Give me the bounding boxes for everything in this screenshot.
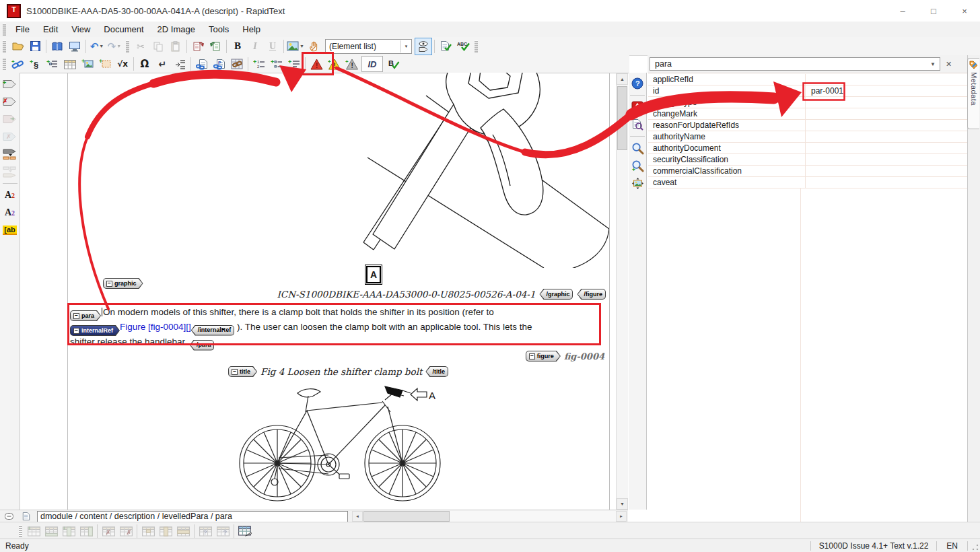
- line-break-button[interactable]: ↵: [153, 55, 171, 73]
- para-block[interactable]: −paraOn modern models of this shifter, t…: [70, 306, 598, 351]
- append-element-button[interactable]: +: [1, 75, 19, 93]
- menu-item-view[interactable]: View: [65, 22, 97, 36]
- edit-id-button[interactable]: ID: [361, 56, 383, 72]
- special-char-button[interactable]: Ω: [136, 55, 153, 73]
- delete-element-button[interactable]: ✗: [1, 93, 19, 110]
- combobox-chevron-icon[interactable]: ▼: [930, 61, 940, 67]
- scroll-left-button[interactable]: ◄: [352, 511, 363, 522]
- cross-ref-table-button[interactable]: [228, 55, 246, 73]
- copy-button[interactable]: [149, 38, 167, 55]
- para-text-3[interactable]: shifter release the handlebar.: [70, 337, 190, 347]
- toolbar-grip[interactable]: [3, 40, 6, 53]
- breadcrumb-path[interactable]: dmodule / content / description / levell…: [37, 511, 348, 522]
- attribute-row-changemark[interactable]: changeMark: [648, 108, 967, 120]
- collapse-element-button[interactable]: [0, 510, 18, 522]
- redo-button[interactable]: ↷▼: [106, 38, 123, 55]
- menu-item-tools[interactable]: Tools: [202, 22, 236, 36]
- insert-note-button[interactable]: +!: [343, 55, 360, 73]
- validate-button[interactable]: [437, 38, 454, 55]
- scroll-right-button[interactable]: ►: [616, 511, 627, 522]
- undo-button[interactable]: ↶▼: [88, 38, 106, 55]
- export-fragment-button[interactable]: [207, 38, 224, 55]
- fit-image-button[interactable]: [629, 174, 646, 192]
- close-panel-icon[interactable]: ✕: [946, 60, 952, 69]
- superscript-button[interactable]: A2: [1, 204, 19, 221]
- insert-row-above-button[interactable]: +: [25, 522, 42, 540]
- add-numbered-list-button[interactable]: +12: [250, 55, 268, 73]
- attribute-row-changetype[interactable]: changeType: [648, 97, 967, 108]
- para-marks-button[interactable]: [171, 55, 188, 73]
- scroll-down-button[interactable]: ▼: [617, 498, 628, 510]
- add-list-item-button[interactable]: +: [285, 55, 303, 73]
- menu-item-document[interactable]: Document: [97, 22, 150, 36]
- open-button[interactable]: [9, 38, 26, 55]
- element-list-combobox[interactable]: (Element list) ▼: [325, 39, 412, 54]
- split-element-button[interactable]: [1, 145, 19, 163]
- para-start-tag[interactable]: −para: [70, 310, 101, 321]
- insert-table-button[interactable]: [61, 55, 79, 73]
- select-row-button[interactable]: [174, 522, 192, 540]
- metadata-tab[interactable]: Metadata: [967, 58, 979, 129]
- attribute-row-applicrefid[interactable]: applicRefId: [648, 74, 967, 85]
- title-end-tag[interactable]: /title: [425, 366, 448, 377]
- help-button[interactable]: ?: [629, 75, 646, 92]
- insert-row-below-button[interactable]: +: [42, 522, 60, 540]
- attribute-row-reasonforupdate[interactable]: reasonForUpdateRefIds: [648, 120, 967, 131]
- paste-button[interactable]: [167, 38, 184, 55]
- resize-grip[interactable]: [968, 540, 980, 552]
- hscrollbar-thumb[interactable]: [363, 511, 450, 522]
- zoom-button[interactable]: [629, 139, 646, 157]
- insert-formula-button[interactable]: √x: [114, 55, 131, 73]
- spellcheck-button[interactable]: ABC: [454, 38, 472, 55]
- internalref-end-tag[interactable]: /internalRef: [191, 325, 235, 336]
- insert-caution-button[interactable]: +!: [325, 55, 343, 73]
- toggle-tags-button[interactable]: [415, 38, 432, 55]
- insert-link-button[interactable]: +: [9, 55, 26, 73]
- attribute-row-commercialclassification[interactable]: commercialClassification: [648, 166, 967, 177]
- attribute-row-authoritydocument[interactable]: authorityDocument: [648, 143, 967, 154]
- attribute-row-securityclassification[interactable]: securityClassification: [648, 154, 967, 166]
- insert-graphic-button[interactable]: +: [79, 55, 96, 73]
- figure-start-tag[interactable]: −figure: [526, 351, 561, 361]
- menu-item-help[interactable]: Help: [236, 22, 267, 36]
- insert-col-right-button[interactable]: +: [77, 522, 95, 540]
- insert-hotspot-button[interactable]: +: [96, 55, 114, 73]
- close-button[interactable]: ×: [949, 1, 980, 22]
- menu-item-edit[interactable]: Edit: [36, 22, 65, 36]
- internalref-start-tag[interactable]: −internalRef: [70, 325, 120, 336]
- editor-vscrollbar[interactable]: ▲ ▼: [616, 73, 628, 510]
- join-element-button[interactable]: [1, 163, 19, 180]
- toolbar-grip[interactable]: [19, 525, 22, 537]
- underline-button[interactable]: U: [264, 38, 281, 55]
- cell-props-button[interactable]: ?: [197, 522, 214, 540]
- combobox-dropdown-icon[interactable]: ▼: [400, 40, 411, 53]
- pdf-export-button[interactable]: [629, 98, 646, 116]
- preview-book-button[interactable]: [48, 38, 66, 55]
- document-node-button[interactable]: [18, 510, 35, 522]
- minimize-button[interactable]: –: [887, 1, 918, 22]
- attribute-row-authorityname[interactable]: authorityName: [648, 131, 967, 143]
- import-fragment-button[interactable]: [189, 38, 207, 55]
- select-cell-button[interactable]: [139, 522, 157, 540]
- figure-title-text[interactable]: Fig 4 Loosen the shifter clamp bolt: [260, 366, 422, 377]
- toolbar-grip[interactable]: [3, 24, 6, 36]
- vscrollbar-thumb[interactable]: [617, 86, 627, 150]
- subscript-button[interactable]: A2: [1, 186, 19, 204]
- bold-check-button[interactable]: B: [384, 55, 402, 73]
- save-button[interactable]: [26, 38, 44, 55]
- print-preview-button[interactable]: [629, 116, 646, 133]
- selected-element-combobox[interactable]: para ▼: [650, 57, 940, 71]
- para-text-2[interactable]: ). The user can loosen the clamp bolt wi…: [234, 322, 532, 332]
- graphic-end-tag[interactable]: /graphic: [539, 289, 573, 300]
- external-ref-button[interactable]: P: [211, 55, 228, 73]
- figure-end-tag[interactable]: /figure: [577, 289, 606, 300]
- toolbar-grip[interactable]: [3, 58, 6, 70]
- attribute-row-id[interactable]: idpar-0001: [648, 85, 967, 97]
- delete-row-button[interactable]: ✗: [100, 522, 117, 540]
- add-bullet-list-button[interactable]: +: [268, 55, 285, 73]
- scroll-up-button[interactable]: ▲: [617, 73, 628, 85]
- menu-item-file[interactable]: File: [9, 22, 36, 36]
- maximize-button[interactable]: □: [918, 1, 949, 22]
- insert-warning-button[interactable]: !: [308, 55, 325, 73]
- italic-button[interactable]: I: [246, 38, 264, 55]
